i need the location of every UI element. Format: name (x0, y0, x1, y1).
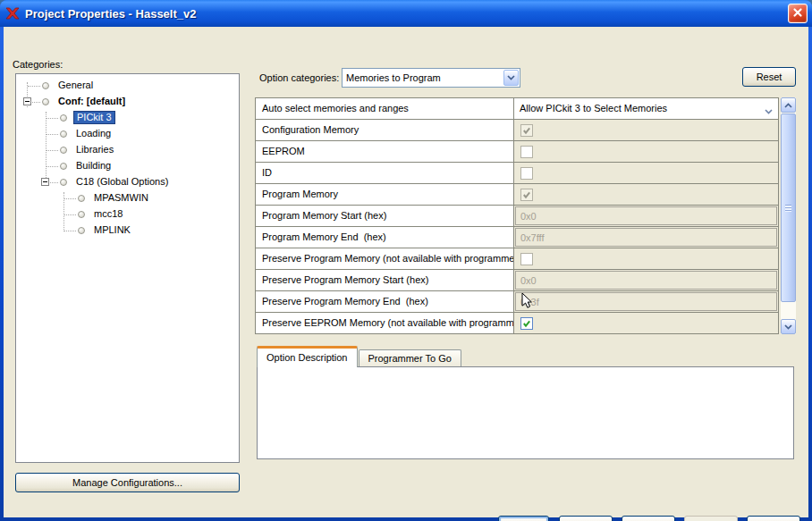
text-field-value: 0x0 (516, 207, 776, 225)
property-value: 0x0 (514, 270, 778, 290)
property-label-text: Program Memory Start (hex) (256, 206, 513, 226)
tree-item-pickit-3[interactable]: PICkit 3 (16, 110, 239, 126)
tree-item-libraries[interactable]: Libraries (16, 142, 239, 158)
cancel-button[interactable]: Cancel (559, 516, 613, 521)
collapse-toggle-icon[interactable] (23, 97, 31, 105)
scrollbar-up-button[interactable] (781, 97, 796, 113)
property-label-text: EEPROM (256, 141, 513, 162)
property-value (514, 163, 778, 183)
tree-item-mcc18[interactable]: mcc18 (16, 206, 239, 223)
tree-connector-line (28, 86, 40, 87)
property-label-text: Preserve Program Memory Start (hex) (256, 270, 513, 290)
property-value: 0x3f (514, 291, 778, 312)
memories-select-dropdown[interactable]: Allow PICkit 3 to Select Memories (514, 98, 778, 119)
checkbox-eeprom[interactable] (520, 146, 533, 158)
reset-button[interactable]: Reset (742, 67, 796, 87)
property-value: 0x0 (514, 206, 778, 226)
tree-item-general[interactable]: General (16, 78, 239, 94)
checkbox-id[interactable] (520, 167, 533, 180)
categories-label: Categories: (13, 59, 63, 70)
node-bullet-icon (60, 114, 67, 122)
property-row: Program Memory (256, 184, 778, 206)
property-row: EEPROM (256, 141, 778, 163)
thumb-grip-icon (785, 205, 791, 212)
property-value (514, 313, 778, 333)
property-label: Program Memory (256, 184, 514, 205)
tree-item-loading[interactable]: Loading (16, 126, 239, 142)
property-row: Preserve Program Memory (not available w… (256, 248, 778, 270)
tree-item-c18-global-options[interactable]: C18 (Global Options) (16, 174, 239, 190)
tree-item-mpasmwin[interactable]: MPASMWIN (16, 190, 239, 206)
tab-programmer-to-go[interactable]: Programmer To Go (359, 349, 461, 367)
property-row: Preserve Program Memory End (hex)0x3f (256, 291, 778, 313)
chevron-down-icon[interactable] (503, 70, 519, 86)
close-button[interactable] (788, 4, 808, 23)
text-field-value: 0x0 (516, 272, 776, 290)
tree-item-label: General (55, 79, 96, 92)
dialog-client-area: Categories: GeneralConf: [default]PICkit… (4, 27, 808, 517)
unlock-button: Unlock (684, 516, 738, 521)
property-label: Program Memory Start (hex) (256, 206, 514, 226)
property-label: Auto select memories and ranges (256, 98, 514, 119)
close-icon (792, 7, 803, 20)
mouse-cursor-icon (521, 292, 534, 312)
property-row: ID (256, 163, 778, 184)
tree-connector-line (46, 118, 58, 119)
titlebar[interactable]: Project Properties - Hasselt_v2 (0, 0, 812, 27)
node-bullet-icon (60, 163, 67, 170)
checkbox-preserve-eeprom-memory-not[interactable] (520, 317, 533, 330)
tree-connector-line (46, 134, 58, 135)
property-label: Preserve Program Memory (not available w… (256, 248, 514, 269)
tab-option-description[interactable]: Option Description (257, 346, 358, 367)
checkbox-program-memory (520, 189, 533, 201)
property-row: Preserve Program Memory Start (hex)0x0 (256, 270, 778, 291)
node-bullet-icon (60, 147, 67, 154)
property-label-text: Preserve Program Memory End (hex) (256, 291, 513, 312)
tree-item-building[interactable]: Building (16, 158, 239, 174)
tree-connector-line (63, 214, 76, 215)
property-row: Configuration Memory (256, 120, 778, 141)
apply-button[interactable]: Apply (622, 516, 675, 521)
tree-item-label: Conf: [default] (55, 95, 128, 108)
property-label-text: Program Memory (256, 184, 513, 205)
tree-item-label: mcc18 (91, 207, 125, 221)
categories-tree: GeneralConf: [default]PICkit 3LoadingLib… (15, 73, 240, 463)
text-field-program-memory-end-hex: 0x7fff (515, 228, 777, 247)
tree-item-label: Building (73, 159, 114, 172)
property-label: Program Memory End (hex) (256, 227, 514, 248)
property-value: 0x7fff (514, 227, 778, 248)
option-categories-label: Option categories: (259, 72, 339, 83)
collapse-toggle-icon[interactable] (41, 178, 49, 186)
help-button[interactable]: Help (747, 516, 800, 521)
property-label: Configuration Memory (256, 120, 514, 140)
tree-item-mplink[interactable]: MPLINK (16, 223, 239, 239)
scrollbar-thumb[interactable] (781, 113, 796, 302)
property-label: EEPROM (256, 141, 514, 162)
node-bullet-icon (78, 195, 85, 202)
tree-item-conf-default[interactable]: Conf: [default] (16, 94, 239, 110)
option-categories-dropdown[interactable]: Memories to Program (342, 68, 520, 88)
property-label: Preserve EEPROM Memory (not available wi… (256, 313, 514, 333)
tree-item-label: MPLINK (91, 223, 133, 237)
scrollbar-track[interactable] (781, 113, 796, 319)
properties-table: Auto select memories and rangesAllow PIC… (255, 97, 779, 334)
checkbox-configuration-memory (520, 124, 533, 137)
tree-item-label: PICkit 3 (73, 111, 115, 124)
chevron-down-icon[interactable] (765, 105, 773, 116)
option-description-textarea[interactable] (257, 366, 794, 459)
dropdown-selected-value: Allow PICkit 3 to Select Memories (520, 98, 667, 119)
node-bullet-icon (78, 227, 85, 234)
property-row: Program Memory End (hex)0x7fff (256, 227, 778, 248)
node-bullet-icon (78, 211, 85, 218)
property-value (514, 120, 778, 140)
checkbox-preserve-program-memory-not[interactable] (520, 253, 533, 265)
ok-button[interactable]: OK (498, 516, 549, 521)
window-title: Project Properties - Hasselt_v2 (25, 7, 196, 21)
node-bullet-icon (42, 82, 49, 89)
manage-configurations-button[interactable]: Manage Configurations... (15, 473, 240, 492)
property-row: Auto select memories and rangesAllow PIC… (256, 98, 778, 120)
scrollbar-down-button[interactable] (781, 319, 796, 334)
property-value (514, 248, 778, 269)
table-scrollbar[interactable] (781, 97, 796, 334)
property-row: Program Memory Start (hex)0x0 (256, 206, 778, 227)
